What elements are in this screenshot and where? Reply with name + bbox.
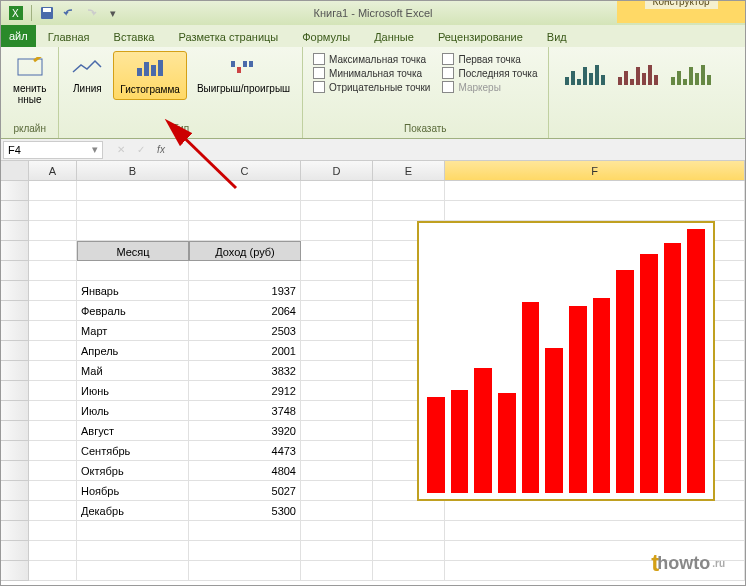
cell[interactable]: Июль xyxy=(77,401,189,421)
cell[interactable]: Доход (руб) xyxy=(189,241,301,261)
check-neg-points[interactable]: Отрицательные точки xyxy=(313,81,430,93)
row-header[interactable] xyxy=(1,401,29,421)
cell[interactable]: Апрель xyxy=(77,341,189,361)
cell[interactable]: Месяц xyxy=(77,241,189,261)
cell[interactable]: 1937 xyxy=(189,281,301,301)
excel-icon[interactable]: X xyxy=(7,4,25,22)
svg-rect-28 xyxy=(677,71,681,85)
watermark-logo: t howto .ru xyxy=(651,549,725,577)
context-tab-sparklines[interactable]: Работа со спарклайнами Конструктор xyxy=(617,0,745,23)
sparkline-bar xyxy=(593,298,611,493)
row-header[interactable] xyxy=(1,301,29,321)
qat-dropdown-icon[interactable]: ▾ xyxy=(104,4,122,22)
row-header[interactable] xyxy=(1,561,29,581)
dropdown-icon[interactable]: ▾ xyxy=(92,143,98,156)
check-max-point[interactable]: Максимальная точка xyxy=(313,53,430,65)
tab-page-layout[interactable]: Разметка страницы xyxy=(166,27,290,47)
row-header[interactable] xyxy=(1,221,29,241)
col-header-F[interactable]: F xyxy=(445,161,745,180)
ribbon-group-type: Линия Гистограмма Выигрыш/проигрыш Тип xyxy=(59,47,303,138)
check-min-point[interactable]: Минимальная точка xyxy=(313,67,430,79)
check-last-point[interactable]: Последняя точка xyxy=(442,67,537,79)
col-header-C[interactable]: C xyxy=(189,161,301,180)
cell[interactable]: 4804 xyxy=(189,461,301,481)
row-header[interactable] xyxy=(1,361,29,381)
line-sparkline-button[interactable]: Линия xyxy=(65,51,109,100)
cell[interactable]: 5027 xyxy=(189,481,301,501)
histogram-sparkline-button[interactable]: Гистограмма xyxy=(113,51,187,100)
row-header[interactable] xyxy=(1,201,29,221)
row-header[interactable] xyxy=(1,281,29,301)
col-header-A[interactable]: A xyxy=(29,161,77,180)
cell[interactable]: Январь xyxy=(77,281,189,301)
file-tab[interactable]: айл xyxy=(1,25,36,47)
col-header-B[interactable]: B xyxy=(77,161,189,180)
cell[interactable]: 2912 xyxy=(189,381,301,401)
sparkline-bar xyxy=(427,397,445,493)
sparkline-chart[interactable] xyxy=(417,221,715,501)
col-header-E[interactable]: E xyxy=(373,161,445,180)
cell[interactable]: Сентябрь xyxy=(77,441,189,461)
cell[interactable]: Декабрь xyxy=(77,501,189,521)
enter-icon[interactable]: ✓ xyxy=(133,142,149,158)
ribbon-group-show: Максимальная точка Минимальная точка Отр… xyxy=(303,47,548,138)
row-header[interactable] xyxy=(1,241,29,261)
cell[interactable]: Октябрь xyxy=(77,461,189,481)
check-first-point[interactable]: Первая точка xyxy=(442,53,537,65)
row-header[interactable] xyxy=(1,381,29,401)
row-header[interactable] xyxy=(1,501,29,521)
spark-style-1[interactable] xyxy=(563,59,608,89)
redo-icon[interactable] xyxy=(82,4,100,22)
col-header-D[interactable]: D xyxy=(301,161,373,180)
row-header[interactable] xyxy=(1,341,29,361)
cell[interactable]: 2064 xyxy=(189,301,301,321)
ribbon-tabs: айл Главная Вставка Разметка страницы Фо… xyxy=(1,25,745,47)
cell[interactable]: 3832 xyxy=(189,361,301,381)
row-header[interactable] xyxy=(1,321,29,341)
sparkline-bar xyxy=(474,368,492,493)
svg-rect-19 xyxy=(601,75,605,85)
row-header[interactable] xyxy=(1,181,29,201)
cell[interactable]: Август xyxy=(77,421,189,441)
cell[interactable]: 2503 xyxy=(189,321,301,341)
name-box[interactable]: F4 ▾ xyxy=(3,141,103,159)
cancel-icon[interactable]: ✕ xyxy=(113,142,129,158)
row-header[interactable] xyxy=(1,441,29,461)
cell[interactable]: Июнь xyxy=(77,381,189,401)
row-header[interactable] xyxy=(1,461,29,481)
sparkline-bar xyxy=(569,306,587,493)
tab-insert[interactable]: Вставка xyxy=(102,27,167,47)
cell[interactable]: 3748 xyxy=(189,401,301,421)
spreadsheet-grid[interactable]: ABCDEF МесяцДоход (руб)Январь1937Февраль… xyxy=(1,161,745,581)
spark-style-2[interactable] xyxy=(616,59,661,89)
cell[interactable]: 5300 xyxy=(189,501,301,521)
edit-data-button[interactable]: менить нные xyxy=(7,51,52,109)
svg-rect-30 xyxy=(689,67,693,85)
cell[interactable]: Ноябрь xyxy=(77,481,189,501)
row-header[interactable] xyxy=(1,481,29,501)
tab-view[interactable]: Вид xyxy=(535,27,579,47)
svg-rect-17 xyxy=(589,73,593,85)
select-all-corner[interactable] xyxy=(1,161,29,180)
spark-style-3[interactable] xyxy=(669,59,714,89)
tab-review[interactable]: Рецензирование xyxy=(426,27,535,47)
sparkline-bar xyxy=(545,348,563,493)
cell[interactable]: 4473 xyxy=(189,441,301,461)
fx-icon[interactable]: fx xyxy=(153,142,169,158)
save-icon[interactable] xyxy=(38,4,56,22)
winloss-icon xyxy=(228,55,260,79)
tab-home[interactable]: Главная xyxy=(36,27,102,47)
cell[interactable]: Март xyxy=(77,321,189,341)
undo-icon[interactable] xyxy=(60,4,78,22)
row-header[interactable] xyxy=(1,261,29,281)
row-header[interactable] xyxy=(1,541,29,561)
winloss-sparkline-button[interactable]: Выигрыш/проигрыш xyxy=(191,51,296,100)
tab-data[interactable]: Данные xyxy=(362,27,426,47)
row-header[interactable] xyxy=(1,521,29,541)
cell[interactable]: 2001 xyxy=(189,341,301,361)
tab-formulas[interactable]: Формулы xyxy=(290,27,362,47)
cell[interactable]: Февраль xyxy=(77,301,189,321)
cell[interactable]: Май xyxy=(77,361,189,381)
cell[interactable]: 3920 xyxy=(189,421,301,441)
row-header[interactable] xyxy=(1,421,29,441)
